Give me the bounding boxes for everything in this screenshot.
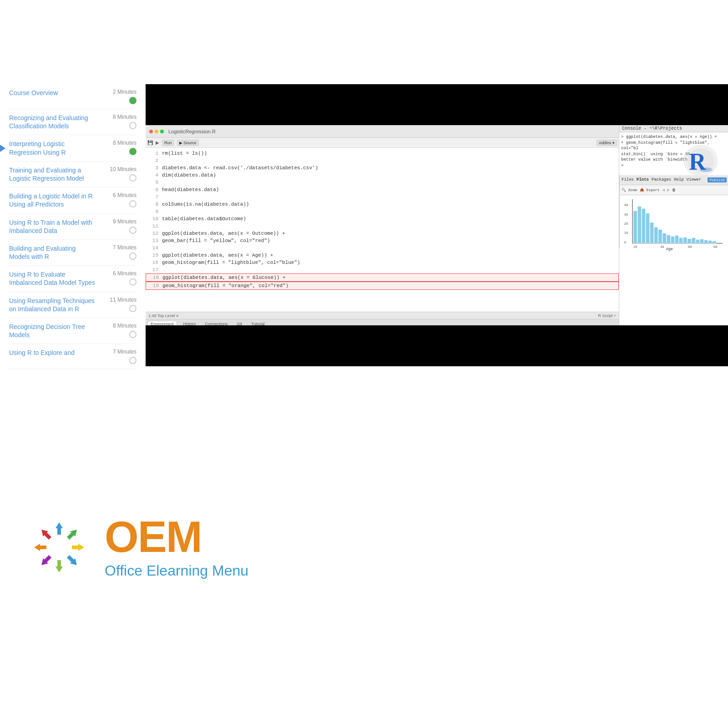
sidebar-item-indicator bbox=[129, 331, 136, 338]
line-number: 5 bbox=[147, 179, 158, 186]
svg-point-3 bbox=[700, 167, 713, 172]
sidebar-item-indicator bbox=[129, 305, 136, 312]
tab-viewer[interactable]: Viewer bbox=[687, 177, 701, 182]
back-button[interactable]: ◁ bbox=[662, 188, 665, 192]
sidebar-item-indicator bbox=[129, 253, 136, 260]
plots-toolbar: Files Plots Packages Help Viewer Publish bbox=[620, 175, 728, 185]
tab-files[interactable]: Files bbox=[622, 177, 634, 182]
status-type: R Script ÷ bbox=[598, 313, 616, 318]
svg-text:30: 30 bbox=[624, 212, 628, 216]
sidebar-item-title: Using Resampling Techniques on Imbalance… bbox=[9, 297, 95, 313]
code-editor: 1rm(list = ls())23diabetes.data <- read.… bbox=[146, 148, 619, 312]
code-line-4: 4dim(diabetes.data) bbox=[146, 172, 619, 179]
svg-rect-15 bbox=[650, 222, 654, 243]
plots-subtoolbar: 🔍 Zoom 📥 Export ◁ ▷ 🗑 bbox=[620, 185, 728, 195]
sidebar-item-course-overview[interactable]: Course Overview2 Minutes bbox=[9, 84, 136, 109]
sidebar-item-duration: 2 Minutes bbox=[113, 89, 136, 95]
tab-history[interactable]: History bbox=[181, 321, 199, 326]
svg-text:60: 60 bbox=[688, 245, 692, 248]
sidebar-item-title: Building a Logistic Model in R Using all… bbox=[9, 192, 93, 208]
line-content: colSums(is.na(diabetes.data)) bbox=[162, 201, 249, 208]
sidebar-item-using-resampling[interactable]: Using Resampling Techniques on Imbalance… bbox=[9, 292, 136, 318]
window-controls bbox=[149, 130, 164, 133]
sidebar-item-using-r-explore[interactable]: Using R to Explore and7 Minutes bbox=[9, 344, 136, 369]
tab-connections[interactable]: Connections bbox=[202, 321, 231, 326]
publish-button[interactable]: Publish bbox=[708, 177, 727, 182]
source-button[interactable]: ▶ Source bbox=[177, 140, 199, 146]
tab-tutorial[interactable]: Tutorial bbox=[248, 321, 268, 326]
sidebar-item-meta: 7 Minutes bbox=[100, 349, 136, 364]
sidebar-item-building-evaluating[interactable]: Building and Evaluating Models with R7 M… bbox=[9, 240, 136, 266]
svg-rect-17 bbox=[658, 229, 662, 243]
console-header: Console - ~\R\Projects bbox=[619, 125, 728, 132]
export-button[interactable]: 📥 Export bbox=[640, 188, 660, 192]
svg-rect-22 bbox=[679, 238, 683, 243]
sidebar-item-using-r-train[interactable]: Using R to Train a Model with Imbalanced… bbox=[9, 214, 136, 240]
line-number: 9 bbox=[147, 208, 158, 215]
tab-git[interactable]: Git bbox=[234, 321, 245, 326]
svg-text:40: 40 bbox=[624, 203, 628, 207]
line-number: 13 bbox=[147, 237, 158, 244]
code-line-13: 13 geom_bar(fill = "yellow", col="red") bbox=[146, 237, 619, 244]
line-content: ggplot(diabetes.data, aes(x = Glucose)) … bbox=[162, 274, 286, 281]
minimize-dot bbox=[155, 130, 158, 133]
zoom-button[interactable]: 🔍 Zoom bbox=[622, 188, 637, 192]
sidebar-item-indicator bbox=[129, 357, 136, 364]
svg-text:Age: Age bbox=[666, 247, 673, 251]
oem-logo: OEM Office Elearning Menu bbox=[27, 515, 248, 579]
console-line: > ggplot(diabetes.data, aes(x = Age)) + bbox=[621, 134, 726, 140]
close-dot bbox=[149, 130, 153, 133]
svg-rect-16 bbox=[654, 227, 658, 243]
sidebar-item-meta: 8 Minutes bbox=[100, 140, 136, 155]
sidebar-item-building-logistic[interactable]: Building a Logistic Model in R Using all… bbox=[9, 187, 136, 213]
sidebar-item-title: Using R to Explore and bbox=[9, 349, 75, 356]
svg-marker-41 bbox=[72, 544, 84, 551]
code-line-10: 10table(diabetes.data$Outcome) bbox=[146, 215, 619, 222]
run-button[interactable]: Run bbox=[162, 140, 174, 146]
code-line-18: 18ggplot(diabetes.data, aes(x = Glucose)… bbox=[146, 273, 619, 282]
sidebar-item-duration: 11 Minutes bbox=[110, 297, 136, 303]
line-number: 6 bbox=[147, 186, 158, 193]
maximize-dot bbox=[160, 130, 164, 133]
svg-rect-12 bbox=[637, 206, 641, 243]
histogram-plot: 0 10 20 30 40 bbox=[620, 195, 728, 254]
sidebar-item-indicator bbox=[129, 97, 136, 104]
code-line-9: 9 bbox=[146, 208, 619, 215]
sidebar-item-recognizing-decision[interactable]: Recognizing Decision Tree Models8 Minute… bbox=[9, 318, 136, 344]
line-content: head(diabetes.data) bbox=[162, 186, 219, 193]
sidebar-item-using-r-evaluate[interactable]: Using R to Evaluate Imbalanced Data Mode… bbox=[9, 266, 136, 292]
sidebar-item-training-evaluating[interactable]: Training and Evaluating a Logistic Regre… bbox=[9, 162, 136, 187]
sidebar-item-duration: 6 Minutes bbox=[113, 270, 136, 277]
top-spacer bbox=[0, 0, 728, 84]
tab-plots[interactable]: Plots bbox=[637, 177, 649, 182]
svg-rect-14 bbox=[646, 213, 649, 243]
sidebar-item-duration: 8 Minutes bbox=[113, 323, 136, 329]
sidebar-item-meta: 11 Minutes bbox=[100, 297, 136, 312]
sidebar-item-meta: 8 Minutes bbox=[100, 114, 136, 129]
sidebar-item-meta: 2 Minutes bbox=[100, 89, 136, 104]
delete-button[interactable]: 🗑 bbox=[672, 188, 676, 192]
svg-rect-24 bbox=[688, 238, 691, 243]
svg-text:20: 20 bbox=[633, 245, 637, 248]
forward-button[interactable]: ▷ bbox=[667, 188, 669, 192]
sidebar-item-duration: 8 Minutes bbox=[113, 140, 136, 146]
sidebar-item-title: Interpreting Logistic Regression Using R bbox=[9, 140, 66, 156]
line-number: 14 bbox=[147, 244, 158, 252]
tab-help[interactable]: Help bbox=[674, 177, 684, 182]
line-content: geom_bar(fill = "yellow", col="red") bbox=[162, 237, 270, 244]
sidebar-item-interpreting-logistic[interactable]: Interpreting Logistic Regression Using R… bbox=[9, 135, 136, 161]
addins-button[interactable]: Addins ▾ bbox=[597, 140, 617, 146]
sidebar-item-duration: 7 Minutes bbox=[113, 349, 136, 355]
tab-environment[interactable]: Environment bbox=[147, 321, 177, 325]
sidebar-item-title: Building and Evaluating Models with R bbox=[9, 245, 76, 260]
sidebar-item-duration: 8 Minutes bbox=[113, 114, 136, 120]
tab-packages[interactable]: Packages bbox=[652, 177, 671, 182]
svg-rect-30 bbox=[713, 241, 716, 243]
svg-text:80: 80 bbox=[713, 245, 718, 248]
svg-text:10: 10 bbox=[624, 231, 628, 235]
sidebar-item-duration: 10 Minutes bbox=[110, 166, 136, 172]
svg-marker-38 bbox=[39, 527, 52, 541]
sidebar-item-title: Course Overview bbox=[9, 89, 58, 96]
sidebar-item-recognizing-evaluating[interactable]: Recognizing and Evaluating Classificatio… bbox=[9, 109, 136, 135]
svg-rect-25 bbox=[692, 238, 695, 243]
